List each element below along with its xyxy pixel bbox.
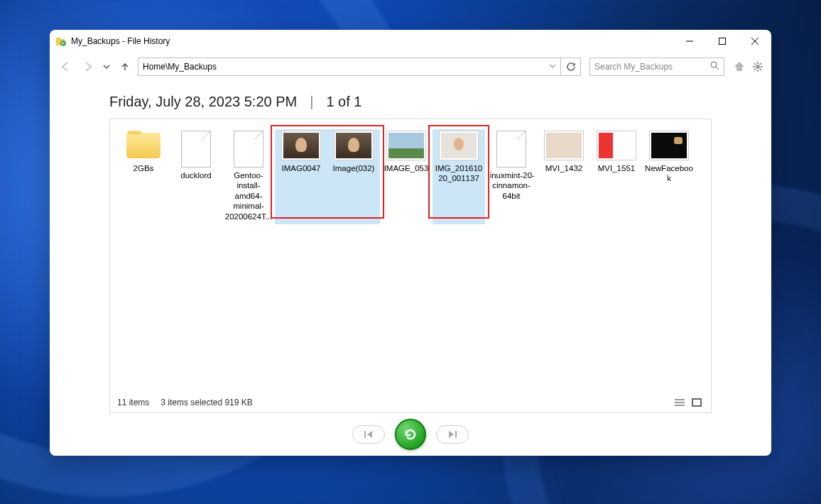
file-item[interactable]: IMAG0047 — [275, 129, 327, 224]
file-item[interactable]: NewFacebook — [643, 129, 695, 224]
image-thumbnail — [281, 131, 321, 160]
snapshot-header: Friday, July 28, 2023 5:20 PM | 1 of 1 — [50, 81, 771, 119]
svg-rect-4 — [719, 38, 726, 45]
toolbar: Home\My_Backups Search My_Backups — [50, 53, 771, 81]
image-thumbnail — [334, 131, 374, 160]
close-button[interactable] — [739, 30, 771, 53]
file-item[interactable]: 2GBs — [117, 129, 170, 224]
minimize-button[interactable] — [673, 30, 706, 53]
content-frame: 2GBsducklordGentoo-install-amd64-minimal… — [109, 119, 712, 413]
file-thumbnail — [234, 131, 263, 168]
svg-point-7 — [711, 62, 717, 67]
file-label: ducklord — [170, 170, 222, 180]
file-label: NewFacebook — [643, 163, 695, 184]
image-thumbnail — [597, 131, 636, 160]
image-thumbnail — [386, 131, 426, 160]
file-label: Gentoo-install-amd64-minimal-20200624T..… — [222, 170, 275, 221]
svg-line-18 — [754, 69, 756, 70]
file-label: IMAG0047 — [275, 163, 327, 173]
file-thumbnail — [181, 131, 211, 168]
snapshot-position: 1 of 1 — [326, 94, 361, 110]
svg-line-17 — [760, 63, 761, 65]
svg-rect-23 — [364, 431, 366, 438]
svg-point-10 — [756, 65, 760, 69]
file-label: MVI_1432 — [538, 163, 590, 173]
file-item[interactable]: IMG_20161020_001137 — [433, 129, 485, 224]
file-history-window: My_Backups - File History Home\My_Backup… — [50, 30, 771, 456]
svg-rect-1 — [56, 38, 60, 40]
svg-line-15 — [754, 63, 756, 65]
file-label: IMAGE_053 — [380, 163, 433, 173]
address-bar[interactable]: Home\My_Backups — [138, 57, 561, 76]
item-count: 11 items — [117, 398, 149, 407]
restore-button[interactable] — [395, 419, 426, 450]
home-icon[interactable] — [732, 59, 747, 75]
file-label: linuxmint-20-cinnamon-64bit — [485, 170, 538, 201]
svg-rect-22 — [692, 399, 701, 406]
next-version-button[interactable] — [436, 425, 469, 444]
app-icon — [55, 35, 67, 47]
address-dropdown-icon[interactable] — [549, 62, 556, 72]
window-title: My_Backups - File History — [71, 36, 170, 46]
image-thumbnail — [649, 131, 689, 160]
gear-icon[interactable] — [750, 59, 766, 75]
svg-rect-9 — [736, 67, 742, 71]
search-icon — [710, 61, 719, 72]
up-button[interactable] — [115, 57, 135, 77]
file-item[interactable]: MVI_1432 — [538, 129, 590, 224]
file-item[interactable]: Image(032) — [327, 129, 380, 224]
thumbnails-view-button[interactable] — [690, 396, 704, 409]
refresh-button[interactable] — [561, 57, 581, 76]
file-item[interactable]: IMAGE_053 — [380, 129, 433, 224]
file-item[interactable]: ducklord — [170, 129, 222, 224]
file-label: 2GBs — [117, 163, 170, 173]
items-area[interactable]: 2GBsducklordGentoo-install-amd64-minimal… — [110, 119, 711, 393]
bottom-nav — [50, 413, 771, 456]
svg-rect-24 — [455, 431, 457, 438]
file-thumbnail — [496, 131, 526, 168]
forward-button[interactable] — [78, 57, 98, 77]
file-label: IMG_20161020_001137 — [433, 163, 485, 184]
selection-info: 3 items selected 919 KB — [161, 398, 252, 407]
file-label: Image(032) — [327, 163, 380, 173]
search-input[interactable]: Search My_Backups — [589, 57, 724, 76]
file-label: MVI_1551 — [590, 163, 643, 173]
titlebar: My_Backups - File History — [50, 30, 771, 53]
search-placeholder: Search My_Backups — [594, 62, 673, 72]
svg-line-8 — [716, 67, 719, 70]
snapshot-timestamp: Friday, July 28, 2023 5:20 PM — [109, 94, 297, 110]
svg-line-16 — [760, 69, 761, 70]
maximize-button[interactable] — [706, 30, 739, 53]
back-button[interactable] — [55, 57, 75, 77]
previous-version-button[interactable] — [352, 425, 385, 444]
file-item[interactable]: MVI_1551 — [590, 129, 643, 224]
file-item[interactable]: linuxmint-20-cinnamon-64bit — [485, 129, 538, 224]
image-thumbnail — [439, 131, 479, 160]
folder-thumbnail — [124, 131, 163, 160]
file-item[interactable]: Gentoo-install-amd64-minimal-20200624T..… — [222, 129, 275, 224]
status-bar: 11 items 3 items selected 919 KB — [110, 393, 711, 412]
image-thumbnail — [544, 131, 584, 160]
details-view-button[interactable] — [673, 396, 687, 409]
recent-locations-button[interactable] — [101, 57, 112, 77]
address-text: Home\My_Backups — [143, 62, 217, 72]
separator: | — [310, 94, 313, 110]
